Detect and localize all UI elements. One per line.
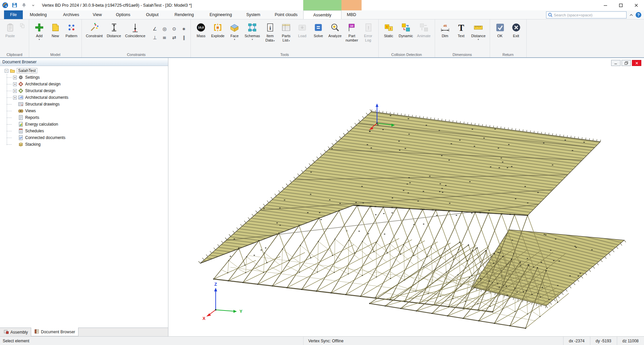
menu-tab-point-clouds[interactable]: Point clouds	[269, 10, 303, 19]
constraint-small-tool-3-icon[interactable]: ∗	[180, 25, 188, 32]
ribbon-button-dynamic[interactable]: Dynamic	[397, 20, 415, 39]
ribbon-button-static[interactable]: !!Static	[381, 20, 397, 39]
tree-item-structural-drawings[interactable]: Structural drawings	[0, 101, 168, 108]
button-label: Explode	[211, 34, 224, 38]
menu-tab-options[interactable]: Options	[106, 10, 140, 19]
tree-item-energy-calculation[interactable]: Energy calculation	[0, 121, 168, 128]
ribbon-button-coincidence[interactable]: Coincidence	[123, 20, 148, 39]
constraint-small-tool-1-icon[interactable]: ◎	[160, 25, 168, 32]
ribbon-button-error-log[interactable]: !ErrorLog	[360, 20, 376, 43]
constraint-small-tool-4-icon[interactable]: ⊥	[151, 33, 159, 41]
ribbon-button-distance-dim[interactable]: Distance▾	[469, 20, 488, 41]
menu-tab-rendering[interactable]: Rendering	[164, 10, 204, 19]
ribbon-button-dim[interactable]: 45Dim	[437, 20, 453, 39]
menu-tab-assembly[interactable]: Assembly	[303, 10, 341, 19]
menu-tab-modeling[interactable]: Modeling	[23, 10, 54, 19]
viewport-minimize-button[interactable]	[611, 60, 621, 66]
status-dz: dz 11008	[617, 337, 644, 345]
app-logo-icon[interactable]	[2, 2, 8, 9]
menu-tab-mbd[interactable]: MBD	[341, 10, 362, 19]
tree-root-label: SalahTest	[17, 68, 37, 73]
ribbon-button-pattern[interactable]: Pattern	[63, 20, 79, 39]
menu-tab-view[interactable]: View	[89, 10, 106, 19]
viewport-close-button[interactable]	[632, 60, 641, 66]
tree-item-schedules[interactable]: Schedules	[0, 128, 168, 134]
constraint-small-tool-0-icon[interactable]: ∠	[151, 25, 159, 32]
ribbon-button-parts-list[interactable]: PartsList▾	[278, 20, 294, 43]
ribbon-button-constraint[interactable]: Constraint	[84, 20, 105, 39]
ribbon-button-animate[interactable]: Animate	[415, 20, 432, 39]
menu-tab-archives[interactable]: Archives	[54, 10, 89, 19]
tree-item-structural-design[interactable]: +Structural design	[0, 87, 168, 94]
button-label: number	[345, 38, 358, 42]
exit-icon	[511, 22, 521, 34]
vertex-sync-status: Vertex Sync: Offline	[303, 337, 343, 345]
ribbon-button-text[interactable]: TText	[453, 20, 469, 39]
tree-toggle-collapse[interactable]: −	[5, 69, 8, 73]
menu-tab-output[interactable]: Output	[140, 10, 164, 19]
tabasm-icon	[4, 329, 9, 335]
constraint-small-tool-6-icon[interactable]: ⇄	[170, 33, 178, 41]
constraint-icon	[89, 22, 99, 34]
ribbon-button-part-number[interactable]: 10Partnumber	[343, 20, 360, 43]
tree-toggle-expand[interactable]: +	[13, 82, 17, 86]
search-input[interactable]	[554, 13, 625, 17]
tree-item-settings[interactable]: +Settings	[0, 74, 168, 81]
ribbon-button-distance[interactable]: Distance	[105, 20, 123, 39]
ribbon-group-label: Return	[490, 53, 526, 57]
tree-item-architectural-design[interactable]: +Architectural design	[0, 81, 168, 87]
tree-item-salahtest[interactable]: −SalahTest	[0, 67, 168, 74]
close-button[interactable]	[629, 0, 644, 10]
ribbon-button-paste[interactable]: Paste	[2, 20, 18, 39]
ribbon-button-add[interactable]: Add▾	[31, 20, 47, 41]
tree-item-stacking[interactable]: Stacking	[0, 141, 168, 148]
ribbon-group-constraints: ConstraintDistanceCoincidence∠◎⊙∗⊥≡⇄∥Con…	[82, 19, 191, 57]
menu-tab-file[interactable]: File	[4, 10, 23, 19]
ribbon-button-solve[interactable]: Solve	[310, 20, 326, 39]
ribbon-button-analyze[interactable]: Analyze	[326, 20, 343, 39]
tree-item-reports[interactable]: Reports	[0, 114, 168, 121]
distance-dim-icon	[473, 22, 483, 34]
viewport-restore-button[interactable]	[622, 60, 631, 66]
model-roof-trusses: ZYX	[199, 104, 626, 329]
ribbon-button-ok[interactable]: OK	[492, 20, 508, 39]
ribbon-button-face[interactable]: Face▾	[226, 20, 243, 41]
ribbon-button-exit[interactable]: Exit	[508, 20, 524, 39]
ribbon-button-explode[interactable]: Explode	[209, 20, 226, 39]
tree-item-label: Energy calculation	[25, 122, 58, 127]
ribbon-button-copy[interactable]	[18, 20, 27, 30]
maximize-button[interactable]	[613, 0, 629, 10]
constraint-small-tool-2-icon[interactable]: ⊙	[170, 25, 178, 32]
button-label: Item	[266, 34, 273, 38]
ribbon-button-mass[interactable]: 10,0Mass	[193, 20, 209, 39]
ribbon-button-load[interactable]: Load	[294, 20, 310, 39]
help-icon[interactable]: ?	[636, 12, 641, 18]
minimize-button[interactable]	[598, 0, 613, 10]
tree-item-connected-documents[interactable]: Connected documents	[0, 134, 168, 141]
panel-tab-assembly[interactable]: Assembly	[1, 328, 31, 336]
tree-toggle-expand[interactable]: +	[13, 96, 17, 99]
ribbon-button-new[interactable]: New	[47, 20, 63, 39]
save-icon[interactable]	[11, 2, 18, 9]
tree-item-views[interactable]: Views	[0, 108, 168, 114]
notifications-bell-icon[interactable]	[20, 2, 27, 9]
button-label: Add	[36, 34, 43, 38]
tree-item-architectural-documents[interactable]: +Architectural documents	[0, 94, 168, 101]
quick-access-dropdown-icon[interactable]	[30, 2, 37, 9]
titlebar: Vertex BD Pro 2024 / 30.0.9-beta (r19472…	[0, 0, 644, 10]
button-label: Paste	[5, 34, 15, 38]
status-dx: dx -2374	[563, 337, 590, 345]
ribbon-button-schemas[interactable]: Schemas▾	[243, 20, 262, 41]
ribbon-button-item-data[interactable]: iItemData▾	[262, 20, 278, 43]
tree-toggle-expand[interactable]: +	[13, 89, 17, 93]
tree-toggle-expand[interactable]: +	[13, 76, 17, 79]
menu-tab-system[interactable]: System	[237, 10, 269, 19]
menu-tab-engineering[interactable]: Engineering	[204, 10, 237, 19]
status-coordinates: dx -2374 dy -5193 dz 11008	[563, 337, 644, 345]
3d-model-canvas[interactable]: ZYX	[168, 58, 644, 336]
constraint-small-tool-5-icon[interactable]: ≡	[160, 33, 168, 41]
ribbon-collapse-icon[interactable]	[629, 13, 634, 17]
ribbon-group-label: Dimensions	[435, 53, 490, 57]
constraint-small-tool-7-icon[interactable]: ∥	[180, 33, 188, 41]
panel-tab-document-browser[interactable]: Document Browser	[31, 328, 78, 336]
